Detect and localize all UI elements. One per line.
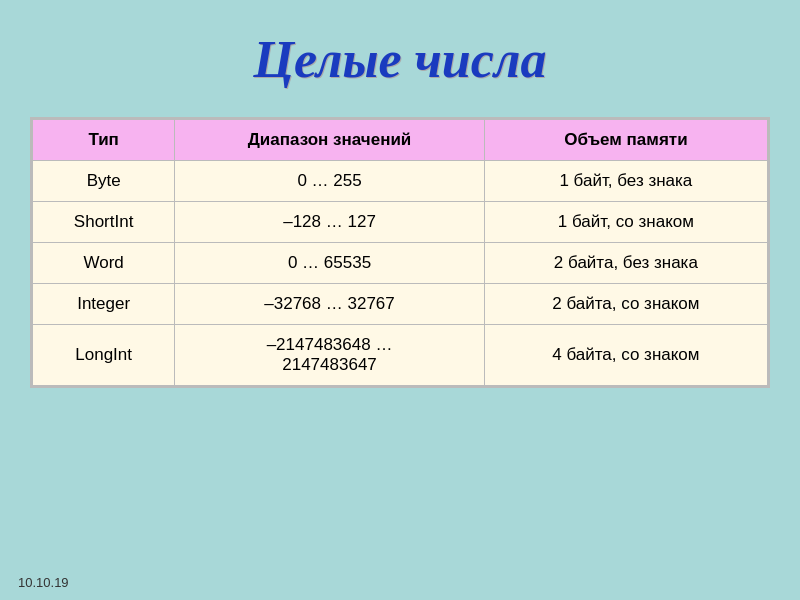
- cell-type: Byte: [33, 161, 175, 202]
- cell-range: 0 … 65535: [175, 243, 484, 284]
- cell-memory: 1 байт, без знака: [484, 161, 767, 202]
- cell-memory: 2 байта, со знаком: [484, 284, 767, 325]
- cell-range: –128 … 127: [175, 202, 484, 243]
- cell-range: 0 … 255: [175, 161, 484, 202]
- col-header-memory: Объем памяти: [484, 120, 767, 161]
- table-row: Byte0 … 2551 байт, без знака: [33, 161, 768, 202]
- cell-memory: 4 байта, со знаком: [484, 325, 767, 386]
- cell-type: Word: [33, 243, 175, 284]
- table-header-row: Тип Диапазон значений Объем памяти: [33, 120, 768, 161]
- cell-memory: 2 байта, без знака: [484, 243, 767, 284]
- table-row: ShortInt–128 … 1271 байт, со знаком: [33, 202, 768, 243]
- cell-type: Integer: [33, 284, 175, 325]
- cell-range: –2147483648 …2147483647: [175, 325, 484, 386]
- data-table-container: Тип Диапазон значений Объем памяти Byte0…: [30, 117, 770, 388]
- table-row: Integer–32768 … 327672 байта, со знаком: [33, 284, 768, 325]
- cell-type: LongInt: [33, 325, 175, 386]
- cell-memory: 1 байт, со знаком: [484, 202, 767, 243]
- integer-types-table: Тип Диапазон значений Объем памяти Byte0…: [32, 119, 768, 386]
- table-row: LongInt–2147483648 …21474836474 байта, с…: [33, 325, 768, 386]
- col-header-type: Тип: [33, 120, 175, 161]
- timestamp: 10.10.19: [18, 575, 69, 590]
- col-header-range: Диапазон значений: [175, 120, 484, 161]
- cell-range: –32768 … 32767: [175, 284, 484, 325]
- page-title: Целые числа: [253, 30, 546, 89]
- table-row: Word0 … 655352 байта, без знака: [33, 243, 768, 284]
- cell-type: ShortInt: [33, 202, 175, 243]
